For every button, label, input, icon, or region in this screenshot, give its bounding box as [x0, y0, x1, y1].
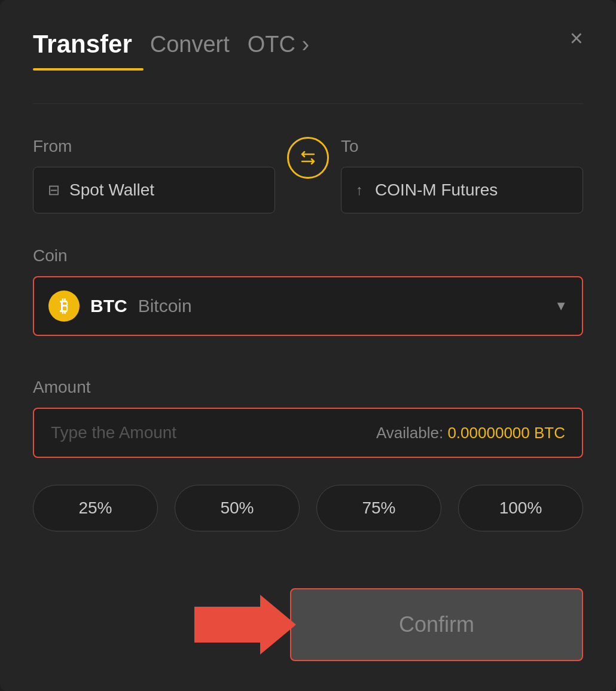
from-wallet-select[interactable]: ⊟ Spot Wallet — [33, 167, 275, 213]
arrow-container — [176, 589, 296, 661]
amount-section: Amount Type the Amount Available: 0.0000… — [33, 378, 583, 458]
from-group: From ⊟ Spot Wallet — [33, 137, 275, 213]
header-divider — [33, 103, 583, 104]
amount-placeholder: Type the Amount — [51, 423, 176, 442]
from-label: From — [33, 137, 275, 156]
wallet-icon: ⊟ — [48, 182, 60, 198]
to-wallet-name: COIN-M Futures — [375, 181, 498, 200]
confirm-row: Confirm — [33, 588, 583, 661]
tab-otc[interactable]: OTC › — [248, 32, 309, 57]
swap-btn-container — [287, 137, 329, 186]
percent-100-button[interactable]: 100% — [458, 485, 583, 531]
coin-left: ₿ BTC Bitcoin — [48, 291, 192, 322]
futures-icon: ↑ — [356, 182, 363, 198]
tab-convert[interactable]: Convert — [150, 32, 230, 57]
percent-25-button[interactable]: 25% — [33, 485, 158, 531]
tab-transfer[interactable]: Transfer — [33, 30, 132, 59]
spacer — [33, 348, 583, 378]
amount-label: Amount — [33, 378, 583, 397]
from-to-row: From ⊟ Spot Wallet To ↑ COIN-M Futures — [33, 137, 583, 213]
arrow-indicator-icon — [194, 595, 296, 655]
to-wallet-select[interactable]: ↑ COIN-M Futures — [341, 167, 583, 213]
confirm-button[interactable]: Confirm — [290, 588, 583, 661]
coin-section: Coin ₿ BTC Bitcoin ▼ — [33, 246, 583, 336]
chevron-down-icon: ▼ — [554, 298, 568, 314]
modal-header: Transfer Convert OTC › × — [33, 30, 583, 59]
percent-50-button[interactable]: 50% — [175, 485, 300, 531]
amount-input-container[interactable]: Type the Amount Available: 0.00000000 BT… — [33, 408, 583, 458]
percent-75-button[interactable]: 75% — [316, 485, 441, 531]
close-button[interactable]: × — [570, 27, 583, 50]
coin-symbol: BTC — [90, 296, 127, 316]
available-label: Available: — [376, 424, 443, 442]
coin-select[interactable]: ₿ BTC Bitcoin ▼ — [33, 276, 583, 336]
coin-name: Bitcoin — [138, 296, 192, 316]
svg-marker-0 — [194, 595, 296, 655]
active-tab-underline — [33, 68, 144, 71]
transfer-modal: Transfer Convert OTC › × From ⊟ Spot Wal… — [0, 0, 616, 691]
from-wallet-name: Spot Wallet — [69, 181, 154, 200]
percentage-row: 25% 50% 75% 100% — [33, 485, 583, 531]
btc-icon: ₿ — [48, 291, 80, 322]
to-label: To — [341, 137, 583, 156]
to-group: To ↑ COIN-M Futures — [341, 137, 583, 213]
available-amount: 0.00000000 BTC — [447, 424, 565, 442]
coin-label: Coin — [33, 246, 583, 265]
available-text: Available: 0.00000000 BTC — [376, 424, 565, 442]
swap-button[interactable] — [287, 137, 329, 179]
